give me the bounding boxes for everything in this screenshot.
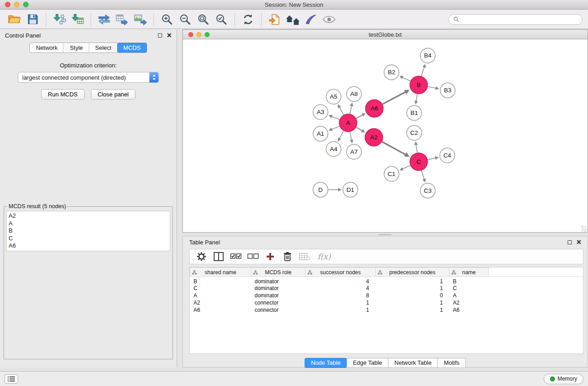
edge-C-C2[interactable]: [416, 144, 417, 152]
export-image-button[interactable]: [131, 11, 149, 28]
optimization-criterion-select[interactable]: largest connected component (directed): [18, 72, 159, 83]
node-A6[interactable]: A6: [366, 100, 383, 117]
result-item[interactable]: A: [9, 220, 168, 228]
edge-B-B4[interactable]: [421, 67, 425, 76]
edge-C-C1[interactable]: [402, 166, 410, 169]
zoom-out-button[interactable]: [176, 11, 194, 28]
search-input[interactable]: [461, 16, 578, 23]
home-network-button[interactable]: [284, 11, 302, 28]
result-item[interactable]: A6: [9, 242, 168, 250]
node-B1[interactable]: B1: [407, 105, 422, 120]
table-cell[interactable]: dominator: [251, 285, 306, 292]
function-builder-button[interactable]: f(x): [314, 249, 335, 264]
node-A3[interactable]: A3: [313, 105, 328, 119]
edge-A-A4[interactable]: [339, 131, 344, 139]
table-cell[interactable]: A: [449, 292, 489, 299]
edge-C-C4[interactable]: [428, 158, 436, 160]
table-cell[interactable]: 1: [376, 306, 449, 314]
float-panel-button[interactable]: [158, 33, 162, 38]
table-cell[interactable]: connector: [251, 306, 306, 314]
refresh-button[interactable]: [239, 11, 257, 28]
mcds-result-list[interactable]: A2ABCA6: [6, 211, 170, 251]
import-network-button[interactable]: [50, 11, 68, 28]
column-header-shared-name[interactable]: shared name: [190, 268, 251, 277]
delete-column-button[interactable]: [279, 249, 296, 264]
result-item[interactable]: C: [9, 235, 168, 243]
table-cell[interactable]: 4: [306, 277, 376, 285]
node-B[interactable]: B: [410, 76, 428, 94]
edge-A-A3[interactable]: [331, 116, 339, 119]
close-table-panel-button[interactable]: ×: [576, 239, 581, 245]
show-columns-button[interactable]: [210, 249, 227, 264]
node-C1[interactable]: C1: [384, 167, 399, 181]
table-cell[interactable]: connector: [251, 299, 306, 306]
table-cell[interactable]: 8: [306, 292, 376, 299]
edge-A-A5[interactable]: [339, 107, 344, 115]
table-row[interactable]: Bdominator41B: [190, 277, 583, 285]
table-cell[interactable]: A: [190, 292, 251, 299]
network-canvas[interactable]: AA1A2A3A4A5A6A7A8BB1B2B3B4CC1C2C3C4DD1: [183, 40, 588, 232]
export-table-button[interactable]: [113, 11, 131, 28]
memory-button[interactable]: Memory: [544, 374, 583, 384]
open-document-button[interactable]: [266, 11, 284, 28]
tab-edge-table[interactable]: Edge Table: [346, 358, 388, 368]
edge-A-A1[interactable]: [331, 126, 339, 129]
table-row[interactable]: A6connector11A6: [190, 306, 583, 314]
select-all-button[interactable]: [228, 249, 244, 264]
create-column-button[interactable]: [262, 249, 278, 264]
table-row[interactable]: A2connector11A2: [190, 299, 583, 306]
node-B3[interactable]: B3: [440, 83, 455, 98]
table-cell[interactable]: A2: [190, 299, 251, 306]
node-D[interactable]: D: [313, 182, 328, 197]
tab-motifs[interactable]: Motifs: [437, 358, 466, 368]
table-cell[interactable]: dominator: [251, 277, 306, 285]
tab-select[interactable]: Select: [89, 43, 117, 52]
zoom-fit-button[interactable]: [194, 11, 212, 28]
node-D1[interactable]: D1: [343, 182, 358, 197]
edge-A-A6[interactable]: [356, 114, 363, 118]
table-cell[interactable]: 4: [306, 285, 376, 292]
edge-B-B1[interactable]: [416, 94, 417, 102]
edge-B-B3[interactable]: [428, 87, 436, 88]
table-cell[interactable]: 1: [376, 285, 449, 292]
table-row[interactable]: Adominator80A: [190, 292, 583, 299]
node-A8[interactable]: A8: [347, 86, 362, 101]
save-session-button[interactable]: [24, 11, 42, 28]
open-session-button[interactable]: [5, 11, 24, 28]
column-header-MCDS-role[interactable]: MCDS role: [251, 268, 306, 277]
zoom-in-button[interactable]: [158, 11, 176, 28]
node-C4[interactable]: C4: [440, 148, 455, 163]
table-cell[interactable]: B: [449, 277, 489, 285]
zoom-window-button[interactable]: [23, 2, 29, 7]
node-A2[interactable]: A2: [365, 129, 383, 146]
minimize-window-button[interactable]: [14, 2, 19, 7]
tab-network[interactable]: Network: [30, 43, 63, 52]
table-cell[interactable]: 1: [376, 277, 449, 285]
edge-A6-B[interactable]: [382, 92, 406, 105]
table-cell[interactable]: 0: [376, 292, 449, 299]
table-row[interactable]: Cdominator41C: [190, 285, 583, 292]
tab-network-table[interactable]: Network Table: [388, 358, 438, 368]
close-panel-button[interactable]: ×: [167, 33, 172, 38]
resize-grip[interactable]: [581, 226, 587, 232]
close-window-button[interactable]: [5, 2, 10, 7]
node-C3[interactable]: C3: [421, 183, 435, 198]
result-item[interactable]: A2: [9, 212, 168, 220]
edge-A-A7[interactable]: [350, 132, 352, 141]
table-cell[interactable]: B: [190, 277, 251, 285]
edge-A-A8[interactable]: [350, 105, 352, 114]
node-C[interactable]: C: [410, 153, 428, 171]
node-A7[interactable]: A7: [347, 144, 362, 159]
edge-A2-C[interactable]: [382, 142, 406, 155]
table-cell[interactable]: 1: [376, 299, 449, 306]
close-network-window-button[interactable]: [188, 32, 193, 37]
table-cell[interactable]: A6: [449, 306, 489, 314]
node-B4[interactable]: B4: [421, 48, 435, 63]
apply-style-button[interactable]: [302, 11, 320, 28]
edge-B-B2[interactable]: [402, 77, 410, 81]
task-history-button[interactable]: [5, 374, 18, 384]
table-cell[interactable]: C: [449, 285, 489, 292]
table-cell[interactable]: 1: [306, 306, 376, 314]
node-A[interactable]: A: [339, 114, 357, 132]
deselect-all-button[interactable]: [245, 249, 261, 264]
